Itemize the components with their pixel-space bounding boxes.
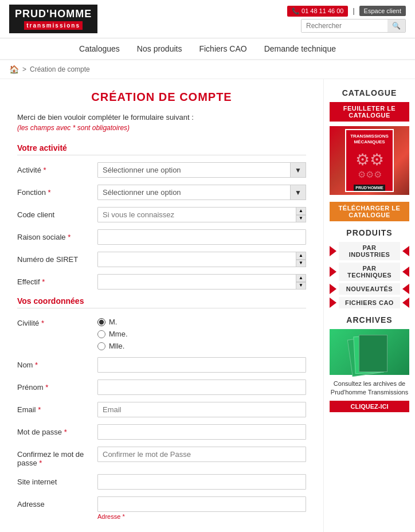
fonction-select[interactable]: Sélectionner une option — [97, 185, 306, 200]
breadcrumb: 🏠 > Création de compte — [0, 60, 415, 79]
catalog-logo-small: PRUD'HOMME — [354, 180, 385, 191]
effectif-spinner-wrapper: ▲ ▼ — [97, 274, 306, 290]
spinner-down-icon[interactable]: ▼ — [296, 215, 306, 223]
civilite-label: Civilité * — [17, 315, 97, 327]
civilite-m-radio[interactable] — [97, 318, 105, 326]
civilite-m-option[interactable]: M. — [97, 318, 128, 326]
product-arrow-left-icon4 — [330, 298, 336, 308]
nav-catalogues[interactable]: Catalogues — [79, 44, 120, 53]
password-input[interactable] — [97, 424, 306, 440]
code-client-spinner-wrapper: ▲ ▼ — [97, 207, 306, 222]
nav-fichiers-cao[interactable]: Fichiers CAO — [199, 44, 246, 53]
civilite-mme-option[interactable]: Mme. — [97, 330, 128, 338]
effectif-label: Effectif * — [17, 274, 97, 286]
prenom-label: Prénom * — [17, 380, 97, 392]
email-group: Email * — [17, 402, 306, 417]
nom-label: Nom * — [17, 357, 97, 369]
page-title: CRÉATION DE COMPTE — [17, 91, 306, 104]
sidebar: CATALOGUE FEUILLETER LE CATALOGUE TRANSM… — [323, 79, 415, 532]
siret-input[interactable] — [97, 252, 306, 267]
siret-spinner-down-icon[interactable]: ▼ — [296, 260, 306, 268]
search-button[interactable]: 🔍 — [387, 19, 405, 32]
feuilleter-button[interactable]: FEUILLETER LE CATALOGUE — [330, 102, 409, 122]
raison-sociale-input[interactable] — [97, 229, 306, 245]
telecharger-button[interactable]: TÉLÉCHARGER LE CATALOGUE — [330, 202, 409, 221]
divider: | — [353, 7, 354, 15]
fonction-select-wrapper: Sélectionner une option ▼ — [97, 185, 306, 200]
home-icon[interactable]: 🏠 — [9, 65, 19, 74]
adresse-input[interactable] — [97, 496, 306, 512]
civilite-mme-radio[interactable] — [97, 330, 105, 338]
adresse-label: Adresse — [17, 496, 97, 508]
product-label-fichiers-cao: FICHIERS CAO — [339, 297, 400, 308]
civilite-mlle-radio[interactable] — [97, 342, 105, 350]
product-arrow-right-icon3 — [402, 284, 409, 294]
email-label: Email * — [17, 402, 97, 414]
archives-title: ARCHIVES — [330, 315, 409, 324]
nav-demande-technique[interactable]: Demande technique — [264, 44, 336, 53]
espace-client-button[interactable]: Espace client — [359, 6, 406, 16]
product-item-par-industries[interactable]: PAR INDUSTRIES — [330, 242, 409, 260]
site-internet-input[interactable] — [97, 474, 306, 490]
product-label-nouveautes: NOUVEAUTÉS — [339, 283, 400, 295]
password-label: Mot de passe * — [17, 424, 97, 436]
breadcrumb-separator: > — [22, 65, 26, 73]
activite-select[interactable]: Sélectionner une option — [97, 162, 306, 178]
catalog-gear-icon: ⚙⚙ — [355, 150, 384, 169]
catalog-image: TRANSMISSIONS MÉCANIQUES ⚙⚙ ⚙⚙⚙ PRUD'HOM… — [330, 126, 409, 195]
search-input[interactable] — [302, 19, 387, 32]
civilite-mlle-option[interactable]: Mlle. — [97, 342, 128, 350]
archive-book-3 — [359, 335, 387, 372]
fonction-label: Fonction * — [17, 185, 97, 197]
product-label-par-techniques: PAR TECHNIQUES — [339, 263, 400, 281]
section-coordonnees-title: Vos coordonnées — [17, 296, 306, 308]
section-activite-title: Votre activité — [17, 143, 306, 155]
siret-spinner-wrapper: ▲ ▼ — [97, 252, 306, 267]
header-contact: 📞 01 48 11 46 00 | Espace client — [287, 6, 406, 17]
search-bar: 🔍 — [301, 19, 406, 33]
siret-group: Numéro de SIRET ▲ ▼ — [17, 252, 306, 267]
logo[interactable]: PRUD'HOMME transmissions — [9, 5, 97, 33]
nav-nos-produits[interactable]: Nos produits — [137, 44, 182, 53]
siret-spinner-up-icon[interactable]: ▲ — [296, 252, 306, 260]
siret-label: Numéro de SIRET — [17, 252, 97, 264]
effectif-spinner-up-icon[interactable]: ▲ — [296, 274, 306, 282]
code-client-group: Code client ▲ ▼ — [17, 207, 306, 222]
logo-top: PRUD'HOMME — [15, 8, 92, 20]
catalog-cover: TRANSMISSIONS MÉCANIQUES ⚙⚙ ⚙⚙⚙ PRUD'HOM… — [345, 129, 394, 192]
main-layout: CRÉATION DE COMPTE Merci de bien vouloir… — [0, 79, 415, 532]
prenom-input[interactable] — [97, 380, 306, 395]
effectif-input[interactable] — [97, 274, 306, 290]
header: PRUD'HOMME transmissions 📞 01 48 11 46 0… — [0, 0, 415, 38]
adresse-note: Adresse * — [97, 513, 306, 520]
password-group: Mot de passe * — [17, 424, 306, 440]
adresse-wrapper: Adresse * — [97, 496, 306, 520]
email-input[interactable] — [97, 402, 306, 417]
code-client-label: Code client — [17, 207, 97, 219]
site-internet-label: Site internet — [17, 474, 97, 486]
archives-books — [350, 335, 390, 369]
phone-button: 📞 01 48 11 46 00 — [287, 6, 348, 17]
adresse-group: Adresse Adresse * — [17, 496, 306, 520]
siret-spinner: ▲ ▼ — [296, 252, 306, 267]
raison-sociale-label: Raison sociale * — [17, 229, 97, 241]
spinner-up-icon[interactable]: ▲ — [296, 207, 306, 215]
code-client-input[interactable] — [97, 207, 306, 222]
prenom-group: Prénom * — [17, 380, 306, 395]
catalog-gear2-icon: ⚙⚙⚙ — [358, 169, 382, 180]
fonction-group: Fonction * Sélectionner une option ▼ — [17, 185, 306, 200]
product-item-nouveautes[interactable]: NOUVEAUTÉS — [330, 283, 409, 295]
intro-text: Merci de bien vouloir compléter le formu… — [17, 113, 306, 122]
nom-input[interactable] — [97, 357, 306, 373]
product-item-fichiers-cao[interactable]: FICHIERS CAO — [330, 297, 409, 308]
effectif-spinner: ▲ ▼ — [296, 274, 306, 290]
product-arrow-right-icon — [402, 246, 409, 256]
product-arrow-left-icon3 — [330, 284, 336, 294]
confirm-password-input[interactable] — [97, 447, 306, 462]
product-item-par-techniques[interactable]: PAR TECHNIQUES — [330, 263, 409, 281]
site-internet-group: Site internet — [17, 474, 306, 490]
product-arrow-left-icon — [330, 246, 336, 256]
cliquez-ici-button[interactable]: CLIQUEZ-ICI — [330, 401, 409, 412]
effectif-spinner-down-icon[interactable]: ▼ — [296, 282, 306, 290]
activite-group: Activité * Sélectionner une option ▼ — [17, 162, 306, 178]
